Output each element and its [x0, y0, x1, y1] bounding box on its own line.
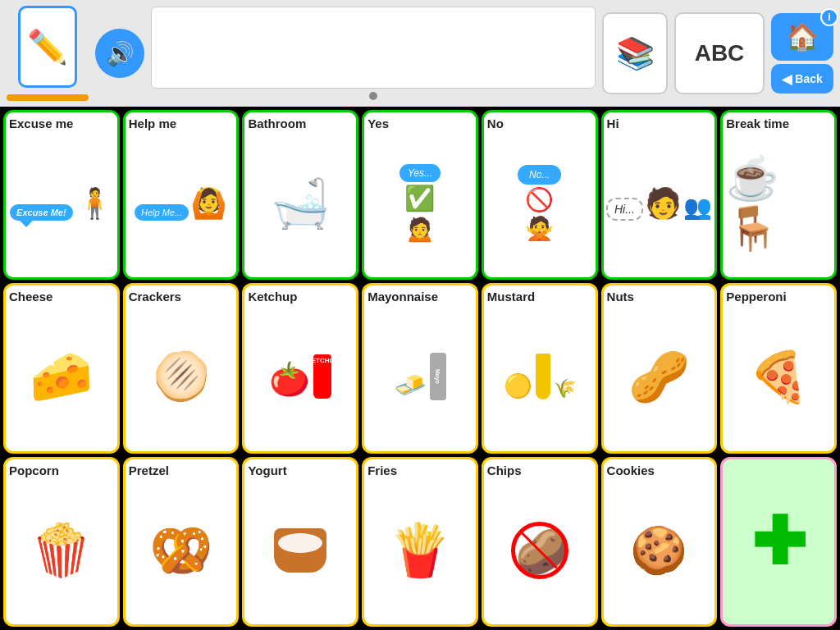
cell-label-fries: Fries — [368, 464, 397, 478]
cell-label-nuts: Nuts — [607, 290, 634, 304]
cell-image-popcorn: 🍿 — [9, 479, 114, 621]
cell-label-bathroom: Bathroom — [248, 117, 306, 131]
cell-image-cheese: 🧀 — [9, 306, 114, 448]
abc-label: ABC — [695, 40, 745, 66]
info-label: i — [828, 11, 830, 23]
book-icon: 📚 — [616, 35, 655, 71]
cell-image-no: No... 🚫 🙅 — [487, 133, 592, 275]
cell-popcorn[interactable]: Popcorn 🍿 — [3, 457, 120, 627]
cell-help-me[interactable]: Help me Help Me... 🙆 — [123, 110, 240, 280]
text-bar-wrapper — [151, 7, 596, 100]
cell-yes[interactable]: Yes Yes... ✅ 🙍 — [362, 110, 478, 280]
back-button[interactable]: ◀ Back — [771, 64, 833, 94]
cell-label-mustard: Mustard — [487, 290, 535, 304]
home-icon: 🏠 — [786, 21, 819, 52]
cell-image-yes: Yes... ✅ 🙍 — [368, 133, 472, 275]
cell-image-crackers: 🫓 — [129, 306, 234, 448]
cell-label-pepperoni: Pepperoni — [726, 290, 786, 304]
vocabulary-button[interactable]: 📚 — [602, 12, 668, 94]
cell-label-yogurt: Yogurt — [248, 464, 286, 478]
cell-image-bathroom: 🛁 — [248, 133, 353, 275]
cell-ketchup[interactable]: Ketchup 🍅 KETCHUP — [242, 283, 358, 453]
cell-label-ketchup: Ketchup — [248, 290, 297, 304]
text-display[interactable] — [151, 7, 596, 89]
cell-image-hi: Hi... 🧑 👥 — [607, 133, 712, 275]
cell-no[interactable]: No No... 🚫 🙅 — [482, 110, 598, 280]
pencil-icon: ✏️ — [27, 28, 68, 66]
cell-label-crackers: Crackers — [129, 290, 181, 304]
cell-yogurt[interactable]: Yogurt — [242, 457, 358, 627]
cell-image-add: ✚ — [726, 464, 831, 621]
cell-label-cookies: Cookies — [607, 464, 655, 478]
cell-image-yogurt — [248, 479, 353, 621]
home-back-wrapper: 🏠 i ◀ Back — [771, 13, 833, 94]
speaker-button[interactable]: 🔊 — [95, 29, 144, 78]
header: ✏️ 🔊 📚 ABC 🏠 i ◀ — [0, 0, 840, 107]
cell-pretzel[interactable]: Pretzel 🥨 — [123, 457, 240, 627]
cell-image-fries: 🍟 — [368, 479, 472, 621]
cell-image-pretzel: 🥨 — [129, 479, 234, 621]
cell-image-chips: 🥔 — [487, 479, 592, 621]
home-button[interactable]: 🏠 i — [771, 13, 833, 61]
cell-label-no: No — [487, 117, 504, 131]
cell-label-hi: Hi — [607, 117, 619, 131]
cell-hi[interactable]: Hi Hi... 🧑 👥 — [601, 110, 718, 280]
cell-cookies[interactable]: Cookies 🍪 — [601, 457, 718, 627]
progress-bar — [7, 94, 89, 101]
back-label: Back — [795, 72, 822, 85]
progress-dot — [369, 92, 377, 100]
edit-button[interactable]: ✏️ — [18, 6, 77, 88]
cell-image-mustard: 🟡 🌾 — [487, 306, 592, 448]
cell-chips[interactable]: Chips 🥔 — [482, 457, 598, 627]
speaker-icon: 🔊 — [106, 40, 135, 67]
cell-image-mayonnaise: 🧈 Mayo — [368, 306, 472, 448]
cell-mustard[interactable]: Mustard 🟡 🌾 — [482, 283, 598, 453]
cell-label-mayonnaise: Mayonnaise — [368, 290, 438, 304]
cell-label-chips: Chips — [487, 464, 522, 478]
cell-excuse-me[interactable]: Excuse me Excuse Me! 🧍 — [3, 110, 120, 280]
cell-label-help-me: Help me — [129, 117, 176, 131]
cell-image-excuse-me: Excuse Me! 🧍 — [9, 133, 114, 275]
cell-label-yes: Yes — [368, 117, 389, 131]
cell-nuts[interactable]: Nuts 🥜 — [601, 283, 718, 453]
cell-image-ketchup: 🍅 KETCHUP — [248, 306, 353, 448]
cell-cheese[interactable]: Cheese 🧀 — [3, 283, 120, 453]
plus-icon: ✚ — [751, 509, 806, 575]
cell-add[interactable]: ✚ — [720, 457, 837, 627]
cell-mayonnaise[interactable]: Mayonnaise 🧈 Mayo — [362, 283, 478, 453]
cell-crackers[interactable]: Crackers 🫓 — [123, 283, 240, 453]
cell-image-nuts: 🥜 — [607, 306, 712, 448]
cell-break-time[interactable]: Break time ☕🪑 — [720, 110, 837, 280]
cell-fries[interactable]: Fries 🍟 — [362, 457, 478, 627]
cell-label-pretzel: Pretzel — [129, 464, 169, 478]
cell-image-cookies: 🍪 — [607, 479, 712, 621]
abc-button[interactable]: ABC — [674, 12, 765, 94]
cell-image-break-time: ☕🪑 — [726, 133, 831, 275]
cell-image-pepperoni: 🍕 — [726, 306, 831, 448]
cell-bathroom[interactable]: Bathroom 🛁 — [242, 110, 358, 280]
info-badge[interactable]: i — [820, 8, 838, 26]
symbol-grid: Excuse me Excuse Me! 🧍 Help me Help Me..… — [0, 107, 840, 630]
app: ✏️ 🔊 📚 ABC 🏠 i ◀ — [0, 0, 840, 630]
cell-label-break-time: Break time — [726, 117, 789, 131]
cell-pepperoni[interactable]: Pepperoni 🍕 — [720, 283, 837, 453]
cell-image-help-me: Help Me... 🙆 — [129, 133, 234, 275]
cell-label-excuse-me: Excuse me — [9, 117, 73, 131]
cell-label-popcorn: Popcorn — [9, 464, 59, 478]
back-arrow-icon: ◀ — [782, 71, 792, 87]
cell-label-cheese: Cheese — [9, 290, 52, 304]
